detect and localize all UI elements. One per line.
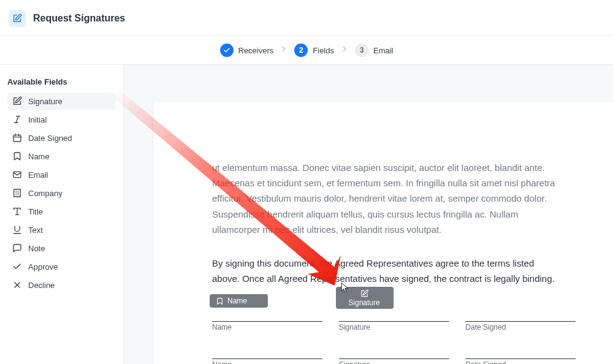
document-paragraph: ut elementum massa. Donec vitae sapien s… bbox=[212, 160, 560, 237]
document-canvas[interactable]: ut elementum massa. Donec vitae sapien s… bbox=[124, 65, 613, 364]
sig-col-date: Date Signed bbox=[465, 321, 576, 332]
step-number: 3 bbox=[355, 44, 368, 57]
type-icon bbox=[12, 207, 22, 216]
field-email[interactable]: Email bbox=[7, 166, 116, 183]
chevron-right-icon bbox=[280, 45, 288, 56]
step-number: 2 bbox=[294, 44, 308, 57]
calendar-icon bbox=[12, 133, 22, 143]
edit-icon bbox=[12, 96, 22, 106]
field-label: Email bbox=[28, 170, 48, 180]
bookmark-icon bbox=[12, 151, 22, 161]
step-label: Fields bbox=[313, 46, 334, 55]
field-label: Company bbox=[28, 189, 63, 198]
check-icon bbox=[220, 44, 234, 57]
document-page[interactable]: ut elementum massa. Donec vitae sapien s… bbox=[153, 102, 613, 364]
table-row: Name Signature Date Signed bbox=[212, 321, 592, 333]
field-label: Initial bbox=[28, 115, 47, 124]
field-label: Name bbox=[28, 152, 50, 161]
placed-signature-field[interactable]: Signature bbox=[336, 287, 394, 309]
step-email[interactable]: 3 Email bbox=[355, 44, 394, 57]
field-name[interactable]: Name bbox=[7, 148, 116, 165]
building-icon bbox=[12, 188, 22, 198]
field-date-signed[interactable]: Date Signed bbox=[7, 129, 116, 146]
svg-line-2 bbox=[16, 116, 18, 123]
mail-icon bbox=[12, 170, 22, 180]
field-label: Note bbox=[28, 244, 45, 253]
step-receivers[interactable]: Receivers bbox=[220, 44, 274, 57]
svg-rect-3 bbox=[13, 135, 21, 142]
page-title: Request Signatures bbox=[33, 13, 125, 24]
field-label: Decline bbox=[28, 281, 55, 290]
sig-col-signature: Signature bbox=[339, 321, 449, 332]
x-icon bbox=[12, 280, 22, 290]
field-text[interactable]: Text bbox=[7, 221, 116, 238]
field-note[interactable]: Note bbox=[7, 240, 116, 257]
field-signature[interactable]: Signature bbox=[7, 93, 116, 110]
sig-col-signature: Signature bbox=[339, 358, 449, 364]
step-label: Receivers bbox=[238, 46, 274, 55]
header: Request Signatures bbox=[0, 0, 613, 36]
check-icon bbox=[12, 262, 22, 271]
field-decline[interactable]: Decline bbox=[7, 276, 116, 294]
sig-col-name: Name bbox=[212, 321, 322, 332]
placed-name-field[interactable]: Name bbox=[210, 294, 268, 308]
sig-col-date: Date Signed bbox=[465, 358, 576, 364]
svg-rect-5 bbox=[14, 189, 21, 197]
step-fields[interactable]: 2 Fields bbox=[294, 44, 334, 57]
pill-label: Name bbox=[227, 297, 247, 305]
field-label: Signature bbox=[28, 97, 63, 106]
field-title[interactable]: Title bbox=[7, 203, 116, 220]
chevron-right-icon bbox=[340, 45, 349, 56]
field-label: Title bbox=[28, 207, 43, 216]
field-initial[interactable]: Initial bbox=[7, 111, 116, 128]
italic-icon bbox=[12, 115, 22, 124]
document-sign-statement: By signing this document, the Agreed Rep… bbox=[212, 256, 560, 287]
stepper: Receivers 2 Fields 3 Email bbox=[0, 36, 613, 65]
underline-icon bbox=[12, 225, 22, 235]
message-icon bbox=[12, 243, 22, 253]
sig-col-name: Name bbox=[212, 358, 322, 364]
field-approve[interactable]: Approve bbox=[7, 258, 116, 275]
field-label: Approve bbox=[28, 262, 58, 271]
field-company[interactable]: Company bbox=[7, 184, 116, 202]
pill-label: Signature bbox=[348, 299, 379, 306]
edit-icon bbox=[9, 10, 26, 27]
step-label: Email bbox=[373, 46, 394, 55]
sidebar-title: Available Fields bbox=[7, 77, 116, 86]
sidebar: Available Fields Signature Initial Date … bbox=[0, 65, 124, 364]
field-list: Signature Initial Date Signed Name bbox=[7, 93, 116, 294]
field-label: Date Signed bbox=[28, 134, 72, 143]
field-label: Text bbox=[28, 226, 43, 235]
table-row: Name Signature Date Signed bbox=[212, 358, 592, 364]
signature-table: Name Signature Date Signed Name Signatur… bbox=[212, 295, 592, 364]
